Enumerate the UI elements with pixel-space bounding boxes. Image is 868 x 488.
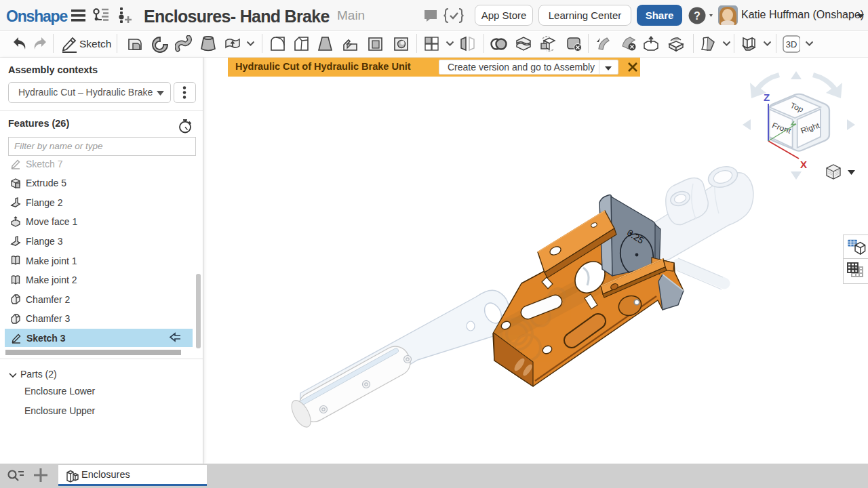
svg-text:3D: 3D <box>786 39 797 49</box>
svg-text:?: ? <box>694 10 701 22</box>
